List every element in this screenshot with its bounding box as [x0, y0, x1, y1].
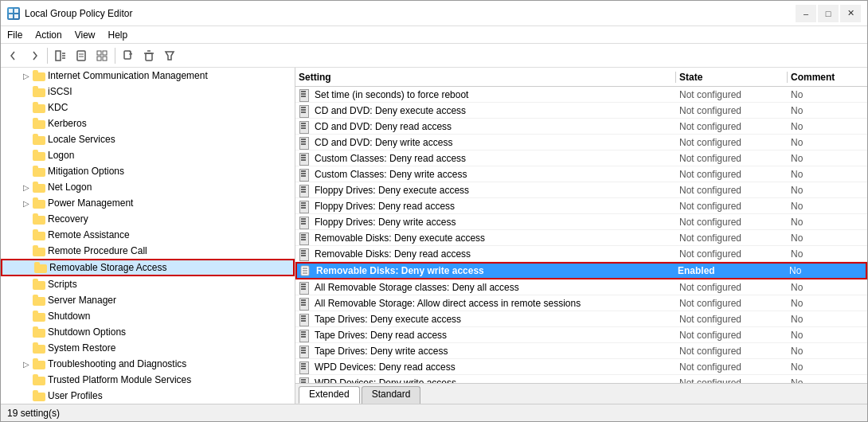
list-item[interactable]: CD and DVD: Deny read access Not configu… [295, 119, 867, 135]
right-panel: Setting State Comment Set time (in secon… [295, 68, 867, 404]
list-item[interactable]: CD and DVD: Deny write access Not config… [295, 135, 867, 150]
list-item[interactable]: Tape Drives: Deny read access Not config… [295, 327, 867, 343]
tree-item-power[interactable]: ▷ Power Management [1, 195, 295, 211]
tree-item-iscsi[interactable]: iSCSI [1, 84, 295, 100]
tree-item-kdc[interactable]: KDC [1, 100, 295, 115]
show-hide-button[interactable] [51, 46, 70, 65]
col-header-comment[interactable]: Comment [788, 72, 867, 83]
expand-button[interactable] [92, 46, 111, 65]
list-item[interactable]: Custom Classes: Deny write access Not co… [295, 166, 867, 182]
list-item[interactable]: WPD Devices: Deny read access Not config… [295, 359, 867, 375]
policy-icon [295, 282, 311, 293]
properties-button[interactable] [72, 46, 91, 65]
filter-button[interactable] [160, 46, 179, 65]
tab-extended[interactable]: Extended [299, 386, 360, 404]
list-item[interactable]: WPD Devices: Deny write access Not confi… [295, 375, 867, 383]
tree-item-shutdown-options[interactable]: Shutdown Options [1, 324, 295, 340]
tree-item-scripts[interactable]: Scripts [1, 276, 295, 292]
folder-icon [33, 245, 45, 256]
list-item[interactable]: All Removable Storage classes: Deny all … [295, 279, 867, 295]
menu-file[interactable]: File [1, 28, 29, 41]
menu-bar: File Action View Help [1, 26, 867, 44]
list-body: Set time (in seconds) to force reboot No… [295, 87, 867, 383]
policy-icon [295, 330, 311, 341]
arrow-icon: ▷ [20, 69, 33, 82]
policy-icon [295, 185, 311, 196]
policy-icon [295, 153, 311, 164]
folder-icon [33, 150, 45, 161]
title-controls: – □ ✕ [796, 5, 861, 22]
list-item[interactable]: Removable Disks: Deny execute access Not… [295, 230, 867, 246]
toolbar-sep-1 [47, 48, 48, 64]
policy-icon [295, 377, 311, 384]
policy-icon [295, 201, 311, 212]
folder-icon [33, 166, 45, 177]
policy-icon [295, 346, 311, 357]
menu-view[interactable]: View [68, 28, 102, 41]
policy-icon [295, 232, 311, 244]
list-item-selected[interactable]: Removable Disks: Deny write access Enabl… [295, 262, 867, 279]
tree-item-system-restore[interactable]: System Restore [1, 340, 295, 356]
close-button[interactable]: ✕ [840, 5, 861, 22]
tree-item-mitigation[interactable]: Mitigation Options [1, 163, 295, 179]
list-item[interactable]: CD and DVD: Deny execute access Not conf… [295, 103, 867, 119]
folder-icon [33, 118, 45, 129]
list-item[interactable]: Custom Classes: Deny read access Not con… [295, 150, 867, 166]
policy-icon [295, 298, 311, 309]
title-bar-left: Local Group Policy Editor [7, 7, 132, 20]
list-item[interactable]: Floppy Drives: Deny execute access Not c… [295, 182, 867, 198]
tree-item-recovery[interactable]: Recovery [1, 211, 295, 227]
tree-item-troubleshooting[interactable]: ▷ Troubleshooting and Diagnostics [1, 356, 295, 372]
col-header-setting[interactable]: Setting [295, 72, 676, 83]
folder-icon [33, 213, 45, 225]
forward-button[interactable] [25, 46, 44, 65]
folder-icon [33, 182, 45, 193]
tree-item-user-profiles[interactable]: User Profiles [1, 388, 295, 404]
menu-help[interactable]: Help [102, 28, 135, 41]
delete-button[interactable] [139, 46, 158, 65]
maximize-button[interactable]: □ [818, 5, 839, 22]
tree-item-logon[interactable]: Logon [1, 147, 295, 163]
tree-item-removable-storage[interactable]: Removable Storage Access [1, 259, 295, 276]
status-text: 19 setting(s) [7, 408, 60, 419]
tree-item-remote-assist[interactable]: Remote Assistance [1, 227, 295, 243]
folder-icon [33, 86, 45, 97]
main-window: Local Group Policy Editor – □ ✕ File Act… [0, 0, 868, 422]
folder-icon [33, 374, 45, 385]
policy-icon [295, 169, 311, 180]
tree-item-server-manager[interactable]: Server Manager [1, 292, 295, 308]
tab-standard[interactable]: Standard [362, 386, 421, 404]
list-item[interactable]: Tape Drives: Deny execute access Not con… [295, 311, 867, 327]
tree-item-shutdown[interactable]: Shutdown [1, 308, 295, 324]
policy-icon [295, 314, 311, 325]
folder-icon [33, 358, 45, 369]
tree-item-netlogon[interactable]: ▷ Net Logon [1, 179, 295, 195]
tree-item-kerberos[interactable]: Kerberos [1, 115, 295, 131]
tree-item-internet-comm[interactable]: ▷ Internet Communication Management [1, 68, 295, 84]
svg-rect-16 [146, 53, 152, 61]
folder-icon [33, 279, 45, 290]
folder-icon [33, 342, 45, 354]
policy-icon [295, 89, 311, 100]
list-item[interactable]: Tape Drives: Deny write access Not confi… [295, 343, 867, 359]
list-item[interactable]: Set time (in seconds) to force reboot No… [295, 87, 867, 103]
menu-action[interactable]: Action [29, 28, 68, 41]
new-button[interactable] [119, 46, 138, 65]
tree-item-tpm[interactable]: Trusted Platform Module Services [1, 372, 295, 388]
status-bar: 19 setting(s) [1, 404, 867, 421]
list-item[interactable]: All Removable Storage: Allow direct acce… [295, 295, 867, 311]
policy-icon [295, 217, 311, 228]
tree-item-locale[interactable]: Locale Services [1, 131, 295, 147]
list-item[interactable]: Floppy Drives: Deny read access Not conf… [295, 198, 867, 214]
list-item[interactable]: Floppy Drives: Deny write access Not con… [295, 214, 867, 230]
minimize-button[interactable]: – [796, 5, 816, 22]
arrow-icon: ▷ [20, 181, 33, 193]
tree-item-rpc[interactable]: Remote Procedure Call [1, 243, 295, 259]
list-item[interactable]: Removable Disks: Deny read access Not co… [295, 246, 867, 262]
folder-icon [33, 134, 45, 145]
col-header-state[interactable]: State [676, 72, 788, 83]
folder-icon [33, 295, 45, 306]
back-button[interactable] [4, 46, 23, 65]
folder-icon [33, 70, 45, 81]
left-panel: ▷ Internet Communication Management iSCS… [1, 68, 295, 404]
